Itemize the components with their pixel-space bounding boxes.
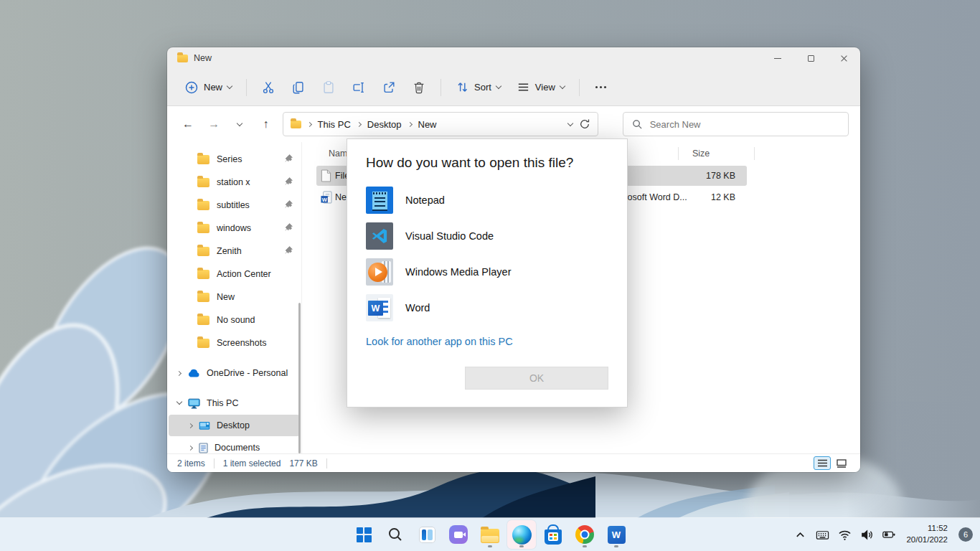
delete-button[interactable] [406,75,432,100]
pin-icon [285,223,293,231]
volume-icon[interactable] [859,527,875,542]
folder-icon [197,155,209,164]
task-view-button[interactable] [413,520,441,549]
word-icon [608,526,626,544]
up-button[interactable]: ↑ [256,114,275,134]
new-button[interactable]: New [179,76,237,99]
recent-locations-button[interactable] [230,114,249,134]
cut-button[interactable] [255,75,281,100]
sidebar-item-screenshots[interactable]: Screenshots [167,331,301,354]
pin-icon [285,154,293,162]
open-with-dialog: How do you want to open this file? Notep… [347,138,628,408]
breadcrumb-this-pc[interactable]: This PC [318,119,351,130]
folder-icon [177,55,188,62]
sidebar-item-zenith[interactable]: Zenith [167,240,301,263]
breadcrumb-separator-icon [357,121,362,126]
start-button[interactable] [349,520,378,549]
chrome-icon [575,525,594,544]
ok-button[interactable]: OK [465,367,608,390]
file-icon [321,169,331,182]
hidden-icons-chevron[interactable] [792,527,808,542]
app-option-vscode[interactable]: Visual Studio Code [366,222,608,250]
documents-icon [199,443,208,453]
chevron-right-icon [188,423,193,428]
large-icons-view-toggle[interactable] [833,456,850,470]
chevron-down-icon [237,120,242,126]
word-button[interactable] [602,520,631,549]
close-icon [840,55,848,62]
back-button[interactable]: ← [179,114,197,134]
sidebar-item-onedrive[interactable]: OneDrive - Personal [169,362,300,384]
search-placeholder: Search New [650,119,701,130]
sidebar-item-new[interactable]: New [167,286,301,309]
title-bar: New [167,47,860,69]
column-header-size[interactable]: Size [692,149,710,159]
chrome-button[interactable] [570,520,599,549]
folder-icon [197,339,209,348]
forward-button[interactable]: → [204,114,223,134]
details-view-toggle[interactable] [814,456,831,470]
sidebar-item-action-center[interactable]: Action Center [167,263,301,286]
desktop-icon [199,421,210,430]
file-size: 12 KB [661,192,735,202]
share-button[interactable] [376,75,402,100]
breadcrumb-separator-icon [307,121,312,126]
breadcrumb-desktop[interactable]: Desktop [367,119,402,130]
folder-icon [197,247,209,256]
more-button[interactable] [588,75,614,100]
refresh-button[interactable] [579,118,590,130]
window-title: New [194,53,212,63]
battery-charging-icon[interactable] [881,527,897,542]
file-explorer-button[interactable] [476,520,504,549]
folder-icon [197,270,209,279]
desktop: New New [0,0,980,551]
wifi-icon[interactable] [837,527,852,542]
minimize-button[interactable] [761,47,794,69]
sort-button[interactable]: Sort [450,76,507,98]
word-icon [366,294,393,321]
search-box[interactable]: Search New [623,112,849,136]
sidebar-item-no-sound[interactable]: No sound [167,309,301,331]
app-option-notepad[interactable]: Notepad [366,187,608,214]
folder-icon [197,178,209,187]
chevron-right-icon [188,445,193,450]
sidebar-item-station-x[interactable]: station x [167,171,301,194]
notification-badge[interactable]: 6 [958,527,973,542]
address-bar-row: ← → ↑ This PC Desktop New [167,106,860,142]
address-dropdown-icon[interactable] [567,120,573,126]
clock[interactable]: 11:52 20/01/2022 [906,523,948,545]
folder-icon [197,293,209,302]
maximize-icon [808,55,814,62]
store-icon [545,529,562,545]
app-option-word[interactable]: Word [366,294,608,321]
edge-button[interactable] [507,520,536,549]
breadcrumb-new[interactable]: New [418,119,437,130]
sidebar-item-subtitles[interactable]: subtitles [167,194,301,217]
selection-size: 177 KB [289,458,317,468]
paste-button[interactable] [316,75,341,100]
view-button[interactable]: View [511,76,570,98]
chat-button[interactable] [444,520,473,549]
sidebar-scrollbar[interactable] [298,303,301,453]
close-button[interactable] [827,47,860,69]
running-indicator [488,545,492,547]
sidebar-item-series[interactable]: Series [167,148,301,171]
pin-icon [285,200,293,208]
sidebar-item-windows[interactable]: windows [167,217,301,240]
store-button[interactable] [539,520,567,549]
app-option-wmp[interactable]: Windows Media Player [366,258,608,286]
more-icon [595,86,606,88]
svg-text:W: W [322,197,328,203]
copy-button[interactable] [286,75,311,100]
address-bar[interactable]: This PC Desktop New [283,112,598,136]
look-for-another-app-link[interactable]: Look for another app on this PC [366,336,608,347]
sidebar-item-desktop[interactable]: Desktop [169,415,300,436]
touch-keyboard-icon[interactable] [814,527,830,542]
sidebar-item-this-pc[interactable]: This PC [169,392,300,414]
maximize-button[interactable] [794,47,827,69]
rename-button[interactable] [346,75,372,100]
search-button[interactable] [381,520,410,549]
folder-icon [197,316,209,325]
sidebar-item-documents[interactable]: Documents [169,437,300,458]
running-indicator [519,545,524,547]
